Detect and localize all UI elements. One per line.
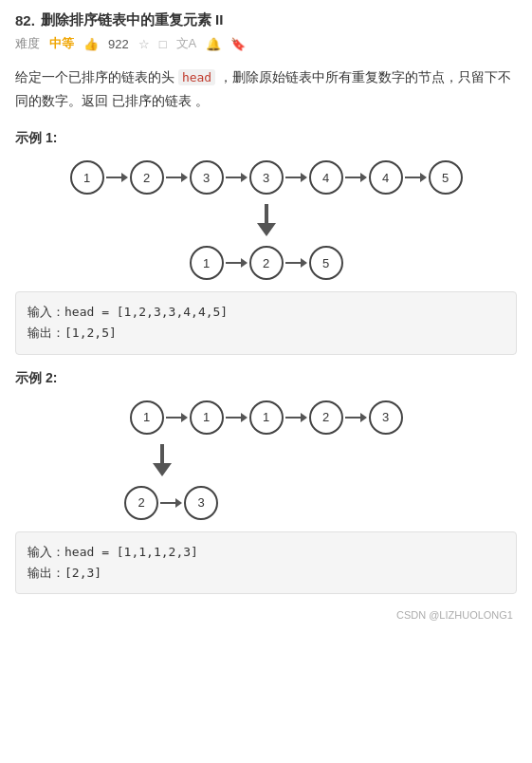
watermark: CSDN @LIZHUOLONG1	[15, 609, 517, 621]
arrow-e2-t1	[166, 413, 188, 422]
arrow-e1-b1	[226, 258, 248, 268]
arrow-e1-t5	[345, 173, 367, 182]
title-row: 82. 删除排序链表中的重复元素 II	[15, 11, 517, 29]
likes-count: 922	[108, 37, 129, 51]
node-e2-t4: 2	[309, 400, 343, 435]
page-container: 82. 删除排序链表中的重复元素 II 难度 中等 👍 922 ☆ □ 文A 🔔…	[0, 0, 532, 640]
node-e2-t5: 3	[369, 400, 403, 435]
example2-section: 示例 2: 1 1 1 2 3 2	[15, 370, 517, 594]
difficulty-value: 中等	[49, 35, 74, 52]
head-code: head	[178, 69, 215, 85]
arrow-e2-t2	[226, 413, 248, 422]
arrow-e1-t6	[405, 173, 427, 182]
arrow-e2-b1	[160, 498, 182, 508]
node-e2-t1: 1	[130, 400, 164, 435]
arrow-e1-t1	[106, 173, 128, 182]
node-e2-b1: 2	[124, 486, 158, 520]
example2-bottom-list: 2 3	[124, 486, 218, 520]
node-e2-b2: 3	[184, 486, 218, 520]
node-e1-t3: 3	[190, 160, 224, 195]
example2-diagram: 1 1 1 2 3 2 3	[15, 397, 517, 524]
example2-top-list: 1 1 1 2 3	[130, 400, 403, 435]
node-e1-b1: 1	[190, 246, 224, 280]
node-e1-b2: 2	[249, 246, 284, 280]
example2-title: 示例 2:	[15, 370, 517, 387]
example1-top-list: 1 2 3 3 4 4 5	[70, 160, 463, 195]
node-e1-t6: 4	[369, 160, 403, 195]
share-icon: □	[159, 37, 167, 51]
example1-section: 示例 1: 1 2 3 3 4 4 5	[15, 130, 517, 354]
star-icon: ☆	[138, 37, 150, 51]
node-e1-t7: 5	[429, 160, 463, 195]
node-e1-b3: 5	[309, 246, 343, 280]
example1-bottom-list: 1 2 5	[190, 246, 343, 280]
meta-row: 难度 中等 👍 922 ☆ □ 文A 🔔 🔖	[15, 35, 517, 52]
bookmark-icon: 🔖	[230, 37, 246, 51]
problem-title: 删除排序链表中的重复元素 II	[41, 11, 224, 29]
arrow-e2-t3	[285, 413, 307, 422]
node-e1-t4: 3	[249, 160, 284, 195]
node-e2-t3: 1	[249, 400, 284, 435]
arrow-e1-t2	[166, 173, 188, 182]
example1-title: 示例 1:	[15, 130, 517, 147]
arrow-e1-t3	[226, 173, 248, 182]
example1-input-line: 输入：head = [1,2,3,3,4,4,5]	[28, 302, 504, 323]
difficulty-label: 难度	[15, 35, 40, 52]
example1-down-arrow	[257, 204, 276, 236]
example1-code-block: 输入：head = [1,2,3,3,4,4,5] 输出：[1,2,5]	[15, 291, 517, 354]
bell-icon: 🔔	[206, 37, 221, 51]
translate-icon: 文A	[176, 35, 197, 52]
arrow-e1-b2	[285, 258, 307, 268]
example1-diagram: 1 2 3 3 4 4 5 1	[15, 157, 517, 284]
problem-number: 82.	[15, 12, 35, 28]
node-e1-t5: 4	[309, 160, 343, 195]
arrow-e2-t4	[345, 413, 367, 422]
example2-output-line: 输出：[2,3]	[28, 563, 504, 584]
node-e2-t2: 1	[190, 400, 224, 435]
example1-output-line: 输出：[1,2,5]	[28, 323, 504, 344]
node-e1-t2: 2	[130, 160, 164, 195]
arrow-e1-t4	[285, 173, 307, 182]
like-icon: 👍	[83, 37, 99, 51]
node-e1-t1: 1	[70, 160, 104, 195]
example2-code-block: 输入：head = [1,1,1,2,3] 输出：[2,3]	[15, 531, 517, 594]
example2-down-arrow	[153, 444, 172, 476]
example2-input-line: 输入：head = [1,1,1,2,3]	[28, 542, 504, 563]
problem-description: 给定一个已排序的链表的头 head ，删除原始链表中所有重复数字的节点，只留下不…	[15, 65, 517, 113]
